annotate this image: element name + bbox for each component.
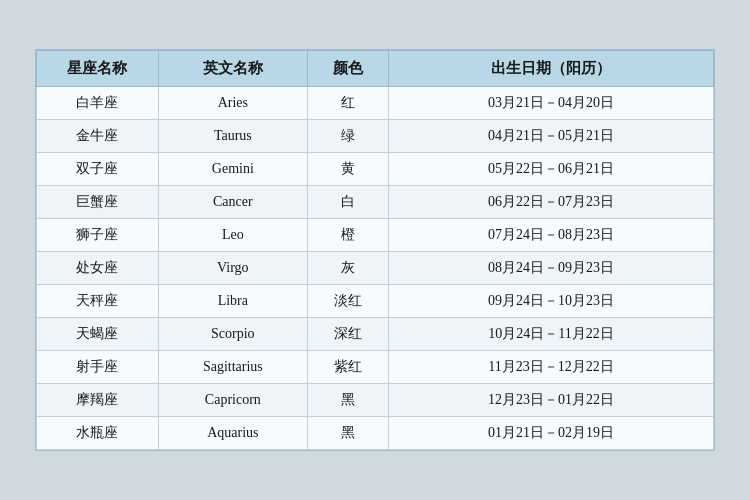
table-header-row: 星座名称 英文名称 颜色 出生日期（阳历） [37,51,714,87]
cell-date: 07月24日－08月23日 [389,219,714,252]
table-row: 狮子座Leo橙07月24日－08月23日 [37,219,714,252]
cell-color: 黑 [307,384,388,417]
cell-color: 绿 [307,120,388,153]
header-english-name: 英文名称 [158,51,307,87]
table-row: 处女座Virgo灰08月24日－09月23日 [37,252,714,285]
cell-english-name: Gemini [158,153,307,186]
cell-color: 红 [307,87,388,120]
cell-english-name: Sagittarius [158,351,307,384]
header-date: 出生日期（阳历） [389,51,714,87]
cell-date: 11月23日－12月22日 [389,351,714,384]
cell-chinese-name: 天秤座 [37,285,159,318]
table-row: 白羊座Aries红03月21日－04月20日 [37,87,714,120]
cell-chinese-name: 水瓶座 [37,417,159,450]
cell-chinese-name: 天蝎座 [37,318,159,351]
cell-english-name: Libra [158,285,307,318]
cell-chinese-name: 射手座 [37,351,159,384]
cell-chinese-name: 白羊座 [37,87,159,120]
cell-date: 10月24日－11月22日 [389,318,714,351]
cell-chinese-name: 金牛座 [37,120,159,153]
zodiac-table: 星座名称 英文名称 颜色 出生日期（阳历） 白羊座Aries红03月21日－04… [36,50,714,450]
cell-chinese-name: 狮子座 [37,219,159,252]
header-color: 颜色 [307,51,388,87]
cell-english-name: Cancer [158,186,307,219]
cell-date: 04月21日－05月21日 [389,120,714,153]
table-row: 巨蟹座Cancer白06月22日－07月23日 [37,186,714,219]
cell-date: 03月21日－04月20日 [389,87,714,120]
cell-date: 06月22日－07月23日 [389,186,714,219]
cell-date: 01月21日－02月19日 [389,417,714,450]
zodiac-table-container: 星座名称 英文名称 颜色 出生日期（阳历） 白羊座Aries红03月21日－04… [35,49,715,451]
table-row: 射手座Sagittarius紫红11月23日－12月22日 [37,351,714,384]
header-chinese-name: 星座名称 [37,51,159,87]
cell-color: 黑 [307,417,388,450]
table-row: 双子座Gemini黄05月22日－06月21日 [37,153,714,186]
cell-color: 白 [307,186,388,219]
cell-english-name: Leo [158,219,307,252]
cell-english-name: Capricorn [158,384,307,417]
cell-date: 09月24日－10月23日 [389,285,714,318]
cell-date: 12月23日－01月22日 [389,384,714,417]
cell-chinese-name: 摩羯座 [37,384,159,417]
cell-chinese-name: 处女座 [37,252,159,285]
cell-chinese-name: 双子座 [37,153,159,186]
cell-color: 橙 [307,219,388,252]
cell-date: 05月22日－06月21日 [389,153,714,186]
table-row: 金牛座Taurus绿04月21日－05月21日 [37,120,714,153]
cell-color: 紫红 [307,351,388,384]
cell-color: 深红 [307,318,388,351]
cell-english-name: Aquarius [158,417,307,450]
table-row: 摩羯座Capricorn黑12月23日－01月22日 [37,384,714,417]
cell-color: 淡红 [307,285,388,318]
cell-color: 灰 [307,252,388,285]
table-row: 天秤座Libra淡红09月24日－10月23日 [37,285,714,318]
table-row: 天蝎座Scorpio深红10月24日－11月22日 [37,318,714,351]
cell-english-name: Virgo [158,252,307,285]
cell-color: 黄 [307,153,388,186]
table-body: 白羊座Aries红03月21日－04月20日金牛座Taurus绿04月21日－0… [37,87,714,450]
cell-chinese-name: 巨蟹座 [37,186,159,219]
cell-english-name: Taurus [158,120,307,153]
cell-date: 08月24日－09月23日 [389,252,714,285]
cell-english-name: Scorpio [158,318,307,351]
table-row: 水瓶座Aquarius黑01月21日－02月19日 [37,417,714,450]
cell-english-name: Aries [158,87,307,120]
